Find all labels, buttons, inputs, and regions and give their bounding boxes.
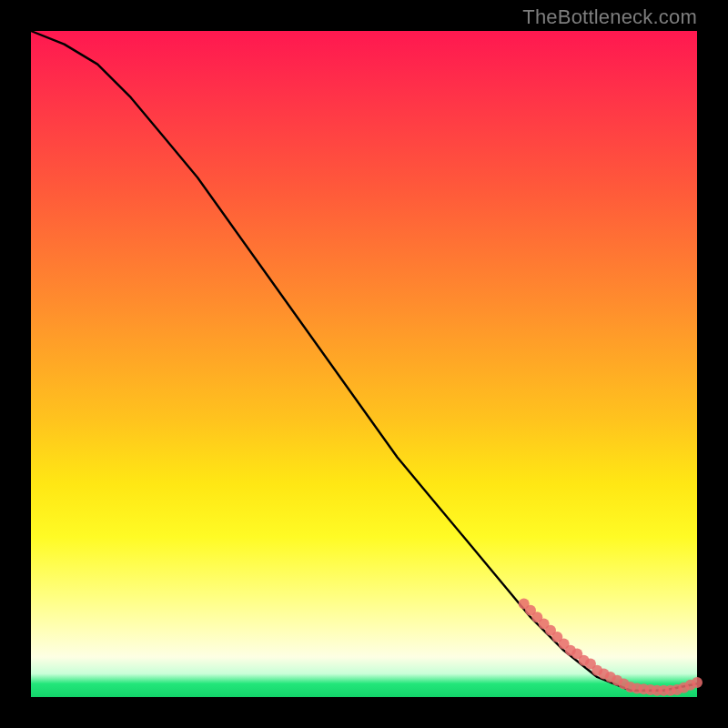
watermark-text: TheBottleneck.com [522, 5, 697, 29]
data-marker [692, 677, 703, 688]
chart-frame: TheBottleneck.com [0, 0, 728, 728]
chart-svg [31, 31, 697, 697]
bottleneck-curve [31, 31, 697, 691]
plot-area [31, 31, 697, 697]
data-markers [519, 599, 703, 696]
